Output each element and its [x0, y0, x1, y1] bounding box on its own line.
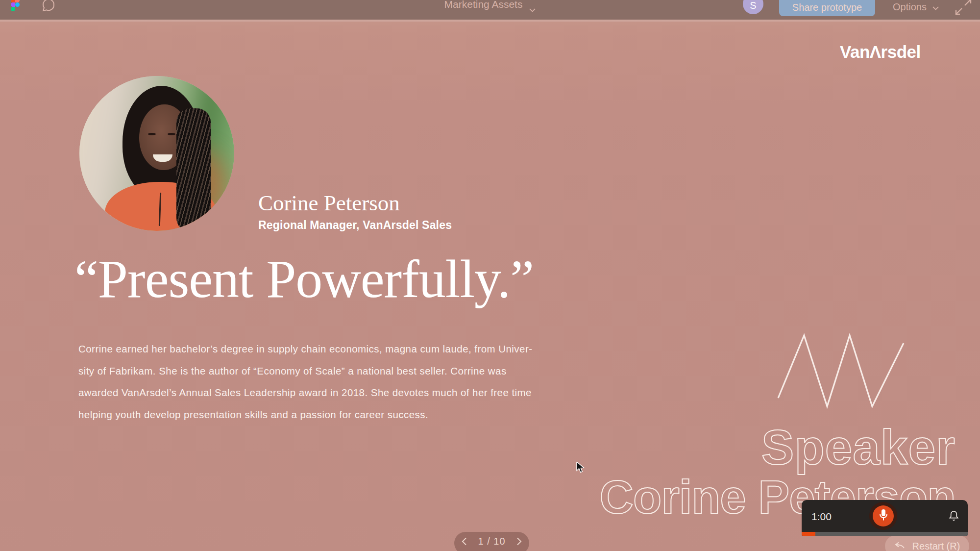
recording-progress-fill [802, 532, 815, 536]
photo-eye [168, 133, 175, 135]
watermark-speaker: Speaker [761, 423, 956, 472]
bio-line: sity of Fabrikam. She is the author of “… [78, 360, 532, 382]
speaker-role: Regional Manager, VanArsdel Sales [258, 219, 452, 232]
mic-glow-ring [869, 502, 897, 530]
zigzag-brand-mark-icon [776, 331, 914, 412]
bio-line: Corrine earned her bachelor’s degree in … [78, 338, 532, 360]
previous-slide-icon[interactable] [462, 537, 467, 546]
recording-time: 1:00 [811, 511, 832, 523]
prototype-title: Marketing Assets [444, 0, 523, 10]
chevron-down-icon [529, 3, 536, 15]
recording-widget: 1:00 [802, 500, 968, 536]
page-indicator: 1 / 10 [478, 536, 505, 551]
bell-icon[interactable] [949, 510, 959, 524]
toolbar-edge-highlight [0, 20, 980, 22]
speaker-bio: Corrine earned her bachelor’s degree in … [78, 338, 532, 426]
undo-arrow-icon [894, 541, 906, 551]
options-menu-button[interactable]: Options [893, 0, 939, 15]
restart-button[interactable]: Restart (R) [885, 535, 969, 551]
options-label: Options [893, 1, 927, 13]
microphone-icon [879, 509, 888, 523]
speaker-photo [79, 76, 234, 231]
page-navigator: 1 / 10 [454, 532, 529, 551]
headline-quote: “Present Powerfully.” [74, 248, 534, 310]
chevron-down-icon [932, 1, 939, 13]
bio-line: helping youth develop presentation skill… [78, 404, 532, 426]
restart-label: Restart (R) [912, 541, 960, 551]
share-prototype-button[interactable]: Share prototype [779, 0, 875, 16]
recording-progress-bar[interactable] [802, 532, 968, 536]
presentation-stage: Marketing Assets S Share prototype Optio… [0, 0, 980, 551]
next-slide-icon[interactable] [516, 537, 522, 546]
toolbar: Marketing Assets S Share prototype Optio… [0, 0, 980, 20]
speaker-name: Corine Peterson [258, 190, 400, 216]
mouse-pointer-icon [576, 462, 587, 476]
photo-braids [176, 108, 211, 231]
microphone-button[interactable] [873, 505, 894, 526]
vanarsdel-logo: VanΛrsdel [840, 42, 921, 62]
photo-eye [148, 133, 156, 135]
bio-line: awarded VanArsdel’s Annual Sales Leaders… [78, 382, 532, 404]
fullscreen-toggle-icon[interactable] [955, 0, 972, 18]
